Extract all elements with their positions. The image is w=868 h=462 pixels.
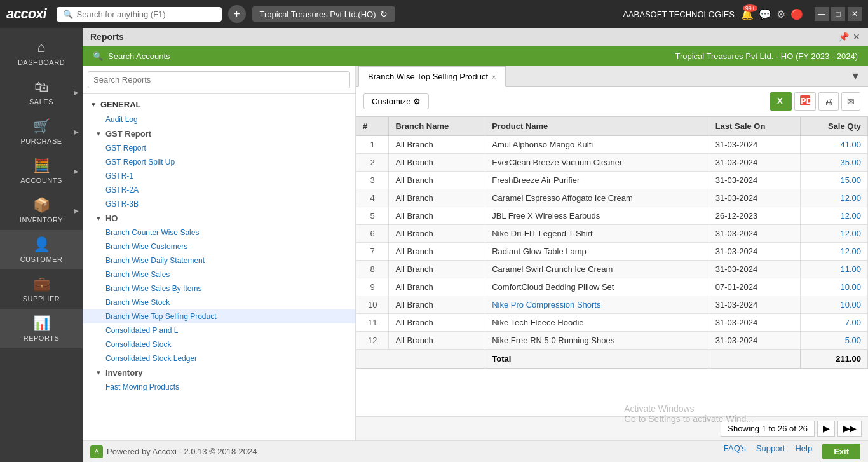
cell-branch: All Branch — [389, 296, 485, 314]
sidebar-label-reports: REPORTS — [24, 334, 59, 342]
add-button[interactable]: + — [228, 5, 246, 23]
minimize-button[interactable]: — — [815, 7, 829, 21]
cell-product: Caramel Espresso Affogato Ice Cream — [485, 189, 709, 207]
tab-close-icon[interactable]: × — [492, 73, 496, 81]
global-search[interactable]: 🔍 — [57, 7, 222, 22]
excel-icon: X — [776, 95, 786, 105]
sidebar-label-accounts: ACCOUNTS — [20, 177, 62, 184]
tree-item-gst-report[interactable]: GST Report — [83, 141, 355, 155]
tree-header-general[interactable]: ▼ GENERAL — [83, 97, 355, 112]
tree-header-inventory[interactable]: ▼ Inventory — [83, 365, 355, 380]
cell-last-sale: 31-03-2024 — [709, 225, 801, 243]
search-reports-input[interactable] — [88, 71, 350, 88]
sidebar-item-customer[interactable]: 👤 CUSTOMER — [0, 230, 83, 269]
customize-button[interactable]: Customize ⚙ — [363, 93, 429, 109]
sidebar-item-dashboard[interactable]: ⌂ DASHBOARD — [0, 33, 83, 72]
pdf-export-button[interactable]: PDF — [794, 92, 816, 111]
report-table-container: # Branch Name Product Name Last Sale On … — [356, 116, 868, 416]
cell-branch: All Branch — [389, 172, 485, 189]
maximize-button[interactable]: □ — [831, 7, 845, 21]
footer-empty — [356, 350, 485, 369]
tree-item-branch-counter-wise-sales[interactable]: Branch Counter Wise Sales — [83, 226, 355, 240]
tree-item-fast-moving[interactable]: Fast Moving Products — [83, 380, 355, 394]
next-page-button[interactable]: ▶ — [817, 421, 835, 437]
tree-header-ho[interactable]: ▼ HO — [83, 211, 355, 226]
faqs-link[interactable]: FAQ's — [724, 444, 746, 459]
refresh-icon[interactable]: ↻ — [380, 9, 388, 19]
cell-qty: 12.00 — [801, 207, 868, 225]
tree-header-gst[interactable]: ▼ GST Report — [83, 126, 355, 141]
last-page-button[interactable]: ▶▶ — [837, 421, 862, 437]
cell-num: 11 — [356, 314, 389, 332]
cell-last-sale: 31-03-2024 — [709, 154, 801, 172]
cell-num: 3 — [356, 172, 389, 189]
chevron-down-icon: ▼ — [95, 215, 102, 222]
tab-branch-wise-top-selling[interactable]: Branch Wise Top Selling Product × — [358, 66, 506, 87]
cell-qty: 10.00 — [801, 278, 868, 296]
sidebar-item-reports[interactable]: 📊 REPORTS — [0, 309, 83, 348]
sales-icon: 🛍 — [34, 79, 48, 95]
cell-num: 8 — [356, 261, 389, 278]
table-row: 6All BranchNike Dri-FIT Legend T-Shirt31… — [356, 225, 868, 243]
tree-item-branch-wise-sales-by-items[interactable]: Branch Wise Sales By Items — [83, 282, 355, 296]
sidebar-item-purchase[interactable]: 🛒 PURCHASE ▶ — [0, 112, 83, 151]
pin-button[interactable]: 📌 — [838, 32, 849, 42]
close-button[interactable]: ✕ — [848, 7, 862, 21]
cell-product: Nike Pro Compression Shorts — [485, 296, 709, 314]
notification-icon[interactable]: 🔔99+ — [741, 8, 754, 20]
message-icon[interactable]: 💬 — [759, 8, 771, 20]
sidebar-item-supplier[interactable]: 💼 SUPPLIER — [0, 269, 83, 309]
cell-last-sale: 31-03-2024 — [709, 332, 801, 350]
settings-icon[interactable]: ⚙ — [776, 8, 785, 20]
close-reports-button[interactable]: ✕ — [853, 32, 860, 42]
tree-item-gstr3b[interactable]: GSTR-3B — [83, 197, 355, 211]
support-link[interactable]: Support — [756, 444, 785, 459]
print-button[interactable]: 🖨 — [818, 92, 839, 111]
sidebar-item-inventory[interactable]: 📦 INVENTORY ▶ — [0, 191, 83, 230]
exit-button[interactable]: Exit — [822, 444, 860, 459]
tree-item-consolidated-stock-ledger[interactable]: Consolidated Stock Ledger — [83, 351, 355, 365]
tree-item-audit-log[interactable]: Audit Log — [83, 112, 355, 126]
tab-dropdown-icon[interactable]: ▼ — [850, 71, 865, 82]
tree-header-general-label: GENERAL — [100, 100, 141, 109]
tree-section-inventory: ▼ Inventory Fast Moving Products — [83, 365, 355, 394]
cell-product: Caramel Swirl Crunch Ice Cream — [485, 261, 709, 278]
powered-by-text: Powered by Accoxi - 2.0.13 © 2018-2024 — [107, 447, 257, 456]
tree-item-branch-wise-customers[interactable]: Branch Wise Customers — [83, 240, 355, 254]
table-body: 1All BranchAmul Alphonso Mango Kulfi31-0… — [356, 136, 868, 350]
tree-item-gstr1[interactable]: GSTR-1 — [83, 169, 355, 183]
sidebar-label-sales: SALES — [29, 98, 53, 105]
bottom-bar: A Powered by Accoxi - 2.0.13 © 2018-2024… — [83, 440, 868, 462]
tree-item-branch-wise-sales[interactable]: Branch Wise Sales — [83, 268, 355, 282]
help-link[interactable]: Help — [795, 444, 812, 459]
pagination: Showing 1 to 26 of 26 ▶ ▶▶ — [356, 416, 868, 440]
tree-item-gstr2a[interactable]: GSTR-2A — [83, 183, 355, 197]
sidebar: ⌂ DASHBOARD 🛍 SALES ▶ 🛒 PURCHASE ▶ 🧮 ACC… — [0, 28, 83, 462]
reports-title: Reports — [90, 32, 124, 42]
email-button[interactable]: ✉ — [841, 92, 860, 111]
excel-export-button[interactable]: X — [770, 92, 792, 111]
tab-bar: Branch Wise Top Selling Product × ▼ — [356, 66, 868, 87]
tree-item-branch-wise-stock[interactable]: Branch Wise Stock — [83, 296, 355, 309]
global-search-input[interactable] — [77, 10, 204, 19]
tree-item-consolidated-stock[interactable]: Consolidated Stock — [83, 337, 355, 351]
company-selector[interactable]: Tropical Treasures Pvt Ltd.(HO) ↻ — [252, 6, 395, 22]
sidebar-item-accounts[interactable]: 🧮 ACCOUNTS ▶ — [0, 151, 83, 191]
user-icon[interactable]: 🔴 — [790, 8, 803, 20]
tree-item-branch-wise-daily-statement[interactable]: Branch Wise Daily Statement — [83, 254, 355, 268]
tree-item-gst-split[interactable]: GST Report Split Up — [83, 155, 355, 169]
tree-item-branch-wise-top-selling[interactable]: Branch Wise Top Selling Product — [83, 309, 355, 323]
cell-branch: All Branch — [389, 136, 485, 154]
cell-last-sale: 31-03-2024 — [709, 136, 801, 154]
tree-item-consolidated-p-and-l[interactable]: Consolidated P and L — [83, 323, 355, 337]
footer-total-empty — [709, 350, 801, 369]
sidebar-label-supplier: SUPPLIER — [23, 295, 60, 302]
table-row: 10All BranchNike Pro Compression Shorts3… — [356, 296, 868, 314]
chevron-right-icon: ▶ — [74, 89, 79, 96]
bottom-links: FAQ's Support Help Exit — [724, 444, 860, 459]
cell-qty: 15.00 — [801, 172, 868, 189]
cell-last-sale: 31-03-2024 — [709, 243, 801, 261]
sidebar-item-sales[interactable]: 🛍 SALES ▶ — [0, 72, 83, 112]
table-footer-row: Total 211.00 — [356, 350, 868, 369]
cell-qty: 35.00 — [801, 154, 868, 172]
